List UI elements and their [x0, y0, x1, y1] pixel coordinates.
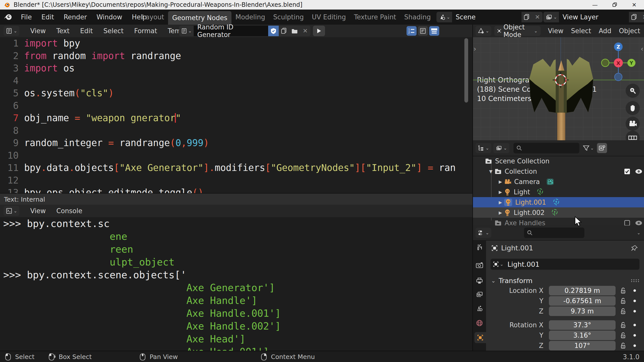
- code-line[interactable]: 10: [0, 149, 472, 162]
- expander-icon[interactable]: ▶: [497, 200, 504, 205]
- transform-value-field[interactable]: 3.16°: [549, 331, 616, 340]
- camera-data-icon[interactable]: [546, 178, 554, 185]
- word-wrap-toggle[interactable]: [418, 26, 428, 36]
- expander-icon[interactable]: ▼: [487, 169, 495, 174]
- outliner-filter-button[interactable]: ⌄: [583, 145, 594, 151]
- code-line[interactable]: 1import bpy: [0, 37, 472, 50]
- run-script-button[interactable]: [313, 26, 325, 36]
- transform-value-field[interactable]: 37.3°: [549, 320, 616, 330]
- properties-tab-scene-tab[interactable]: [474, 303, 485, 314]
- text-browse-button[interactable]: ⌄: [179, 26, 194, 36]
- view-layer-new-button[interactable]: [629, 12, 639, 22]
- properties-search[interactable]: [524, 228, 584, 238]
- hide-eye-toggle[interactable]: [635, 169, 642, 174]
- view-layer-name-field[interactable]: View Layer: [559, 12, 629, 22]
- scene-new-button[interactable]: [521, 12, 532, 22]
- text-menu-edit[interactable]: Edit: [75, 27, 98, 35]
- editor-type-selector-outliner[interactable]: ⌄: [475, 143, 491, 153]
- menu-render[interactable]: Render: [59, 13, 92, 21]
- code-line[interactable]: 7obj_name = "weapon gnerator": [0, 112, 472, 124]
- new-collection-button[interactable]: [597, 143, 607, 153]
- lock-open-icon[interactable]: [620, 322, 626, 329]
- scene-unlink-button[interactable]: ✕: [532, 12, 543, 22]
- workspace-tab-sculpting[interactable]: Sculpting: [269, 10, 308, 25]
- properties-tab-view-layer-tab[interactable]: [474, 289, 485, 300]
- outliner-row-light[interactable]: ▶Light: [473, 187, 644, 197]
- workspace-tab-layout[interactable]: Layout: [138, 10, 168, 25]
- blender-app-icon[interactable]: [3, 13, 13, 21]
- editor-type-selector-console[interactable]: ⌄: [4, 206, 19, 216]
- animate-dot[interactable]: [633, 300, 636, 302]
- text-open-button[interactable]: [289, 26, 300, 36]
- properties-tab-object-tab[interactable]: [474, 332, 486, 343]
- syntax-highlight-toggle[interactable]: [429, 26, 439, 36]
- gizmo-y-neg-ball[interactable]: [601, 59, 609, 67]
- scene-browse-button[interactable]: ⌄: [436, 12, 452, 22]
- expander-icon[interactable]: ▶: [497, 210, 504, 215]
- region-expand-right-icon[interactable]: ‹: [641, 45, 643, 53]
- transform-value-field[interactable]: -0.67561 m: [549, 296, 616, 306]
- camera-view-button[interactable]: [626, 117, 640, 131]
- transform-value-field[interactable]: 0.27819 m: [549, 286, 616, 295]
- lock-open-icon[interactable]: [620, 342, 626, 349]
- python-console[interactable]: >>> bpy.context.scenereenulpt_object>>> …: [0, 217, 472, 351]
- text-menu-view[interactable]: View: [25, 27, 51, 35]
- properties-tab-render-tab[interactable]: [474, 260, 485, 271]
- text-unlink-button[interactable]: ✕: [300, 26, 310, 36]
- animate-dot[interactable]: [633, 324, 636, 326]
- light-green-icon[interactable]: [551, 209, 558, 217]
- light-green-icon[interactable]: [537, 188, 544, 196]
- fake-user-toggle[interactable]: [268, 26, 279, 36]
- viewport-menu-view[interactable]: View: [544, 27, 567, 35]
- code-scrollbar[interactable]: [464, 38, 468, 103]
- viewport-3d[interactable]: Right Orthographic (188) Scene Collectio…: [473, 37, 644, 140]
- properties-tab-tool-tab[interactable]: [474, 242, 485, 253]
- pan-button[interactable]: [626, 101, 640, 115]
- code-line[interactable]: 9random_integer = randrange(0,999): [0, 137, 472, 149]
- breadcrumb-object[interactable]: Light.001: [501, 244, 533, 252]
- transform-panel-header[interactable]: ⌄ Transform: [491, 275, 644, 286]
- expander-icon[interactable]: ▶: [497, 190, 504, 195]
- code-line[interactable]: 4: [0, 75, 472, 87]
- animate-dot[interactable]: [633, 289, 636, 292]
- gizmo-z-neg-ball[interactable]: [615, 73, 622, 81]
- properties-tab-world-tab[interactable]: [474, 318, 485, 329]
- viewport-menu-select[interactable]: Select: [567, 27, 595, 35]
- workspace-tab-uv-editing[interactable]: UV Editing: [308, 10, 350, 25]
- lock-open-icon[interactable]: [620, 287, 626, 294]
- workspace-tab-shading[interactable]: Shading: [400, 10, 431, 25]
- text-menu-format[interactable]: Format: [129, 27, 163, 35]
- animate-dot[interactable]: [633, 334, 636, 337]
- outliner-display-mode[interactable]: ⌄: [493, 143, 509, 153]
- axe-model[interactable]: [529, 57, 593, 140]
- lock-open-icon[interactable]: [620, 308, 626, 315]
- properties-tab-output-tab[interactable]: [474, 275, 485, 286]
- outliner-row-collection[interactable]: ▼Collection: [473, 166, 644, 176]
- code-editor[interactable]: 1import bpy2from random import randrange…: [0, 37, 472, 193]
- minimize-button[interactable]: —: [585, 0, 605, 10]
- viewport-menu-object[interactable]: Object: [615, 27, 644, 35]
- exclude-checkbox[interactable]: [624, 220, 630, 226]
- view-layer-remove-button[interactable]: ✕: [639, 12, 644, 22]
- animate-dot[interactable]: [633, 310, 636, 312]
- zoom-button[interactable]: [626, 84, 640, 98]
- lock-open-icon[interactable]: [620, 332, 626, 339]
- outliner-search[interactable]: [513, 143, 579, 153]
- panel-drag-handle[interactable]: [631, 279, 639, 282]
- close-button[interactable]: ✕: [624, 0, 644, 10]
- transform-value-field[interactable]: 9.73 m: [549, 306, 616, 316]
- menu-window[interactable]: Window: [92, 13, 127, 21]
- lock-open-icon[interactable]: [620, 297, 626, 304]
- exclude-checkbox[interactable]: [624, 168, 630, 175]
- line-numbers-toggle[interactable]: 12: [407, 26, 417, 36]
- expander-icon[interactable]: ▶: [497, 179, 504, 184]
- code-line[interactable]: 3import os: [0, 62, 472, 75]
- properties-options-button[interactable]: ⌄: [637, 230, 640, 235]
- outliner-row-axe-handles[interactable]: Axe Handles: [473, 218, 644, 225]
- code-line[interactable]: 5os.system("cls"): [0, 87, 472, 100]
- workspace-tab-texture-paint[interactable]: Texture Paint: [350, 10, 400, 25]
- restore-button[interactable]: [605, 0, 624, 10]
- code-line[interactable]: 2from random import randrange: [0, 50, 472, 62]
- console-menu-console[interactable]: Console: [51, 207, 88, 215]
- editor-type-selector-properties[interactable]: ⌄: [475, 228, 491, 238]
